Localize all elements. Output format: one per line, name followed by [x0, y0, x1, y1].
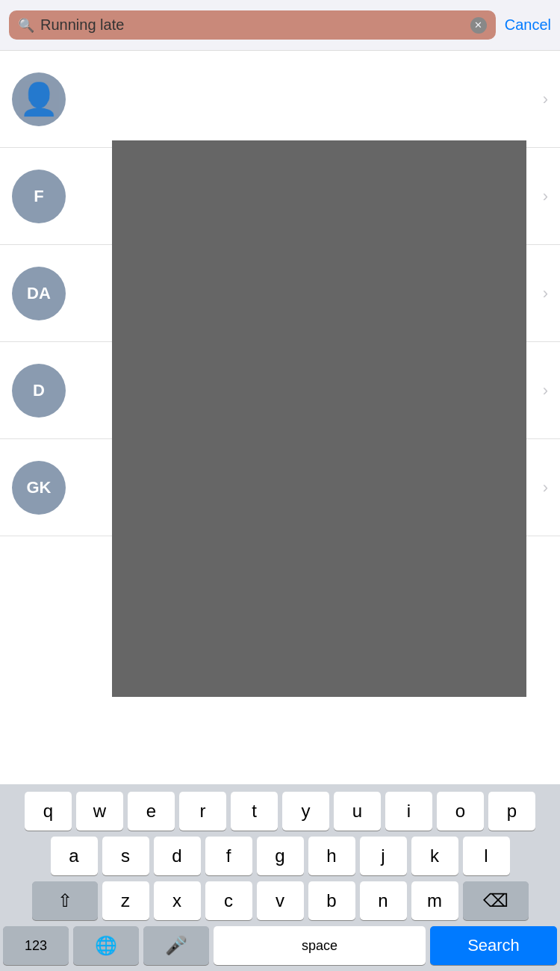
key-e[interactable]: e — [128, 792, 175, 831]
key-n[interactable]: n — [360, 881, 407, 920]
globe-key[interactable]: 🌐 — [73, 926, 139, 965]
key-r[interactable]: r — [179, 792, 226, 831]
key-u[interactable]: u — [334, 792, 381, 831]
avatar: DA — [12, 267, 66, 320]
key-f[interactable]: f — [205, 837, 252, 875]
key-y[interactable]: y — [282, 792, 329, 831]
avatar: F — [12, 170, 66, 223]
key-c[interactable]: c — [205, 881, 252, 920]
key-x[interactable]: x — [154, 881, 201, 920]
numbers-key[interactable]: 123 — [3, 926, 69, 965]
chevron-icon: › — [543, 478, 548, 497]
person-icon: 👤 — [19, 84, 58, 115]
chevron-icon: › — [543, 187, 548, 206]
key-s[interactable]: s — [102, 837, 149, 875]
search-input-wrap[interactable]: 🔍 ✕ — [9, 10, 496, 40]
keyboard-row-1: q w e r t y u i o p — [3, 792, 557, 831]
search-input[interactable] — [40, 16, 470, 34]
keyboard-row-2: a s d f g h j k l — [3, 837, 557, 875]
keyboard-row-4: 123 🌐 🎤 space Search — [3, 926, 557, 965]
chevron-icon: › — [543, 284, 548, 303]
key-p[interactable]: p — [488, 792, 535, 831]
key-d[interactable]: d — [154, 837, 201, 875]
keyboard: q w e r t y u i o p a s d f g h j k l ⇧ … — [0, 784, 560, 971]
key-k[interactable]: k — [411, 837, 458, 875]
key-b[interactable]: b — [308, 881, 355, 920]
key-v[interactable]: v — [257, 881, 304, 920]
contact-row[interactable]: 👤 › — [0, 51, 560, 148]
cancel-button[interactable]: Cancel — [505, 16, 551, 34]
key-a[interactable]: a — [51, 837, 98, 875]
avatar: GK — [12, 461, 66, 515]
search-button[interactable]: Search — [430, 926, 557, 965]
content-overlay — [112, 140, 526, 697]
key-h[interactable]: h — [308, 837, 355, 875]
mic-key[interactable]: 🎤 — [143, 926, 209, 965]
chevron-icon: › — [543, 381, 548, 400]
key-w[interactable]: w — [76, 792, 123, 831]
shift-key[interactable]: ⇧ — [32, 881, 98, 920]
key-i[interactable]: i — [385, 792, 432, 831]
key-m[interactable]: m — [411, 881, 458, 920]
avatar: D — [12, 364, 66, 418]
key-g[interactable]: g — [257, 837, 304, 875]
key-z[interactable]: z — [102, 881, 149, 920]
chevron-icon: › — [543, 90, 548, 109]
key-j[interactable]: j — [360, 837, 407, 875]
clear-button[interactable]: ✕ — [470, 17, 487, 34]
contact-list: 👤 › F › DA › D › GK › — [0, 51, 560, 536]
key-l[interactable]: l — [463, 837, 510, 875]
keyboard-row-3: ⇧ z x c v b n m ⌫ — [3, 881, 557, 920]
key-o[interactable]: o — [437, 792, 484, 831]
avatar: 👤 — [12, 72, 66, 126]
space-key[interactable]: space — [214, 926, 426, 965]
key-t[interactable]: t — [231, 792, 278, 831]
backspace-key[interactable]: ⌫ — [463, 881, 529, 920]
key-q[interactable]: q — [25, 792, 72, 831]
search-icon: 🔍 — [18, 17, 34, 34]
search-bar: 🔍 ✕ Cancel — [0, 0, 560, 51]
